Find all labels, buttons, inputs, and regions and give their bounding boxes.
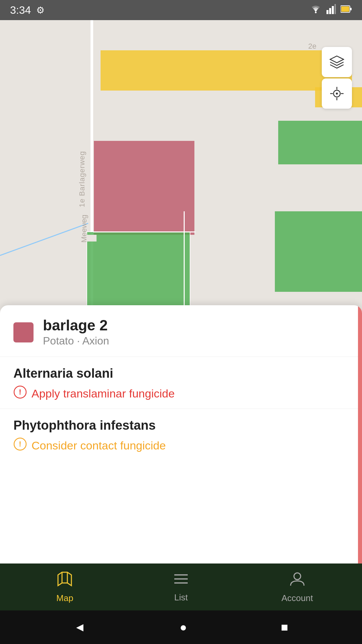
disease-section-1[interactable]: Alternaria solani ! Apply translaminar f… (0, 357, 362, 409)
road-label-barlagerweg: 1e Barlagerweg (78, 151, 86, 207)
svg-rect-7 (350, 8, 352, 10)
account-nav-label: Account (282, 593, 313, 603)
back-button[interactable]: ◄ (74, 620, 86, 634)
status-bar-right (310, 4, 352, 16)
status-time: 3:34 (10, 4, 31, 16)
svg-marker-8 (330, 56, 344, 63)
water-line (0, 223, 88, 256)
disease-action-text-2: Consider contact fungicide (32, 439, 166, 452)
field-header: barlage 2 Potato · Axion (0, 305, 362, 357)
svg-point-10 (336, 93, 338, 95)
status-bar: 3:34 ⚙ (0, 0, 362, 20)
list-nav-label: List (174, 592, 188, 603)
bottom-nav: Map List Account (0, 564, 362, 610)
map-container[interactable]: 1e Barlagerweg Meeweg 2e (0, 20, 362, 315)
panel-accent-bar (358, 305, 362, 597)
android-nav: ◄ ● ■ (0, 610, 362, 644)
field-name: barlage 2 (43, 317, 109, 333)
field-yellow-top[interactable] (101, 50, 352, 91)
map-nav-label: Map (56, 593, 73, 603)
svg-marker-19 (58, 572, 71, 586)
location-button[interactable] (322, 78, 352, 109)
map-nav-icon (57, 571, 73, 590)
svg-text:!: ! (19, 440, 21, 448)
field-color-indicator (13, 322, 34, 342)
street-number: 2e (308, 42, 316, 51)
nav-list[interactable]: List (123, 572, 239, 603)
field-subtitle: Potato · Axion (43, 335, 109, 347)
svg-rect-2 (329, 8, 331, 14)
disease-action-2: ! Consider contact fungicide (13, 437, 349, 454)
battery-icon (341, 5, 352, 15)
field-divider-v (184, 211, 185, 310)
disease-1-icon: ! (13, 385, 27, 402)
disease-action-1: ! Apply translaminar fungicide (13, 385, 349, 402)
settings-icon[interactable]: ⚙ (36, 5, 45, 16)
field-green-bottom[interactable] (86, 231, 190, 309)
signal-icon (326, 4, 336, 16)
disease-name-1: Alternaria solani (13, 366, 349, 381)
disease-name-2: Phytophthora infestans (13, 418, 349, 433)
field-green-right-mid[interactable] (275, 211, 362, 292)
road-label-meeweg: Meeweg (80, 215, 88, 243)
field-green-right-top[interactable] (278, 121, 362, 164)
map-controls (322, 47, 352, 109)
account-nav-icon (289, 571, 305, 590)
field-info: barlage 2 Potato · Axion (43, 317, 109, 347)
recent-button[interactable]: ■ (281, 620, 288, 634)
svg-point-25 (294, 573, 301, 580)
disease-section-2[interactable]: Phytophthora infestans ! Consider contac… (0, 409, 362, 461)
field-divider-h (93, 231, 195, 232)
nav-map[interactable]: Map (7, 571, 123, 603)
svg-rect-4 (335, 4, 336, 14)
svg-rect-1 (326, 10, 328, 14)
map-layers-button[interactable] (322, 47, 352, 77)
svg-rect-3 (332, 6, 334, 14)
home-button[interactable]: ● (180, 620, 187, 634)
disease-2-icon: ! (13, 437, 27, 454)
wifi-icon (310, 4, 322, 16)
info-panel: barlage 2 Potato · Axion Alternaria sola… (0, 305, 362, 597)
svg-point-0 (315, 11, 317, 13)
field-red[interactable] (94, 141, 194, 235)
svg-text:!: ! (19, 388, 21, 396)
list-nav-icon (173, 572, 189, 590)
svg-rect-6 (341, 6, 349, 12)
status-bar-left: 3:34 ⚙ (10, 4, 45, 16)
disease-action-text-1: Apply translaminar fungicide (32, 387, 175, 400)
nav-account[interactable]: Account (239, 571, 355, 603)
